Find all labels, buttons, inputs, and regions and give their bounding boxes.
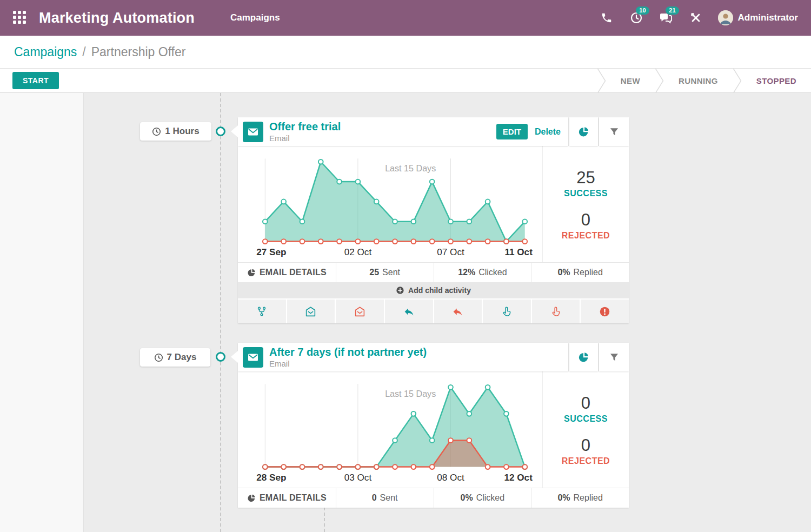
connector-arrow (231, 125, 238, 137)
timeline-dashed-line (220, 93, 221, 532)
menu-campaigns[interactable]: Campaigns (230, 12, 280, 23)
delay-badge-label: 1 Hours (165, 126, 199, 137)
phone-icon[interactable] (599, 10, 614, 25)
clicked-stat: 0%Clicked (434, 488, 531, 508)
timeline-connector-dot (216, 127, 225, 136)
activity-1-title[interactable]: Offer free trial (269, 121, 341, 133)
svg-text:08 Oct: 08 Oct (437, 472, 464, 483)
add-child-bounced-icon[interactable] (581, 300, 629, 323)
svg-text:02 Oct: 02 Oct (344, 247, 372, 257)
success-count: 0 (564, 394, 608, 413)
avatar (718, 10, 733, 25)
svg-text:28 Sep: 28 Sep (256, 472, 286, 483)
clock-icon (154, 353, 163, 362)
messages-badge: 21 (666, 6, 679, 15)
email-details-toggle[interactable]: EMAIL DETAILS (238, 488, 336, 508)
top-navbar: Marketing Automation Campaigns 10 21 Ad (0, 0, 811, 36)
svg-text:Last 15 Days: Last 15 Days (385, 163, 436, 173)
delay-badge-1: 1 Hours (140, 122, 211, 141)
add-child-branch-icon[interactable] (238, 300, 286, 323)
connector-arrow (231, 351, 238, 363)
rejected-count: 0 (562, 436, 610, 455)
graph-tab[interactable] (569, 343, 598, 371)
filter-icon (609, 352, 620, 363)
stage-bar: NEW RUNNING STOPPED (597, 69, 811, 92)
delete-button[interactable]: Delete (535, 127, 561, 137)
messages-icon[interactable]: 21 (659, 10, 674, 25)
timeline-connector-dot (216, 352, 225, 362)
rejected-label: REJECTED (562, 231, 610, 241)
graph-tab[interactable] (569, 117, 598, 146)
activity-2-title[interactable]: After 7 days (if not partner yet) (269, 346, 427, 358)
add-child-activity-button[interactable]: Add child activity (238, 282, 629, 298)
add-child-not-opened-icon[interactable] (336, 300, 384, 323)
activity-card-1: Offer free trial Email EDIT Delete (238, 117, 629, 323)
svg-text:12 Oct: 12 Oct (504, 472, 533, 483)
activity-2-stats: 0 SUCCESS 0 REJECTED (542, 371, 629, 488)
pie-chart-icon (247, 268, 256, 277)
control-bar: START NEW RUNNING STOPPED (0, 69, 811, 93)
plus-circle-icon (396, 286, 404, 295)
user-menu[interactable]: Administrator (718, 10, 798, 25)
clock-icon (152, 127, 161, 136)
add-child-opened-icon[interactable] (287, 300, 335, 323)
stage-separator-icon (655, 69, 664, 92)
edit-button[interactable]: EDIT (496, 124, 528, 139)
svg-text:27 Sep: 27 Sep (256, 247, 286, 257)
filter-icon (609, 127, 620, 137)
email-details-label: EMAIL DETAILS (260, 493, 327, 503)
activity-2-details-row: EMAIL DETAILS 0Sent 0%Clicked 0%Replied (238, 488, 629, 508)
add-child-not-replied-icon[interactable] (434, 300, 482, 323)
stage-running[interactable]: RUNNING (664, 69, 733, 92)
child-trigger-row (238, 298, 629, 323)
stage-new[interactable]: NEW (606, 69, 655, 92)
add-child-replied-icon[interactable] (385, 300, 433, 323)
activity-2-chart: Last 15 Days28 Sep03 Oct08 Oct12 Oct (238, 371, 542, 488)
activities-clock-icon[interactable]: 10 (629, 10, 644, 25)
activities-badge: 10 (636, 6, 649, 15)
breadcrumb-campaigns-link[interactable]: Campaigns (14, 45, 77, 59)
canvas-left-strip (0, 93, 84, 532)
delay-badge-2: 7 Days (140, 348, 210, 367)
svg-text:11 Oct: 11 Oct (504, 247, 533, 257)
child-timeline-dashed-line (324, 507, 325, 532)
pie-chart-icon (578, 126, 590, 138)
activity-1-header: Offer free trial Email EDIT Delete (238, 117, 568, 146)
filter-tab[interactable] (599, 117, 629, 146)
stage-stopped[interactable]: STOPPED (742, 69, 811, 92)
email-details-label: EMAIL DETAILS (260, 268, 327, 277)
activity-card-2: After 7 days (if not partner yet) Email … (238, 343, 629, 508)
activity-1-type: Email (269, 134, 341, 143)
breadcrumb: Campaigns / Partnership Offer (0, 36, 811, 69)
add-child-not-clicked-icon[interactable] (532, 300, 580, 323)
stage-separator-icon (597, 69, 606, 92)
add-child-activity-label: Add child activity (408, 286, 471, 295)
pie-chart-icon (578, 351, 590, 363)
activity-1-stats: 25 SUCCESS 0 REJECTED (542, 146, 629, 262)
add-child-clicked-icon[interactable] (483, 300, 531, 323)
activity-2-type: Email (269, 359, 427, 368)
success-label: SUCCESS (564, 414, 608, 424)
activity-1-chart: Last 15 Days27 Sep02 Oct07 Oct11 Oct (238, 146, 542, 262)
breadcrumb-current: Partnership Offer (91, 45, 186, 59)
success-count: 25 (564, 168, 608, 188)
svg-text:Last 15 Days: Last 15 Days (385, 389, 436, 398)
sent-stat: 25Sent (336, 263, 434, 282)
svg-text:07 Oct: 07 Oct (437, 247, 464, 257)
campaign-canvas: 1 Hours Offer free trial Email EDIT Dele… (0, 93, 811, 532)
tools-icon[interactable] (688, 10, 703, 25)
delay-badge-label: 7 Days (167, 352, 197, 363)
breadcrumb-separator: / (82, 45, 85, 59)
email-details-toggle[interactable]: EMAIL DETAILS (238, 263, 336, 282)
user-name: Administrator (738, 12, 798, 23)
start-button[interactable]: START (12, 72, 59, 89)
email-activity-icon (243, 347, 263, 368)
success-label: SUCCESS (564, 189, 608, 198)
filter-tab[interactable] (599, 343, 629, 371)
rejected-label: REJECTED (562, 456, 610, 466)
clicked-stat: 12%Clicked (434, 263, 531, 282)
email-activity-icon (243, 122, 263, 142)
marketing-automation-screen: Marketing Automation Campaigns 10 21 Ad (0, 0, 811, 532)
activity-2-header: After 7 days (if not partner yet) Email (238, 343, 568, 371)
apps-menu-icon[interactable] (13, 11, 27, 25)
